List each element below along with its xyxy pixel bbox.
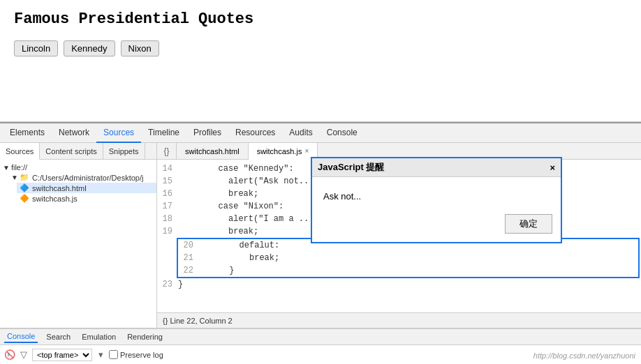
lincoln-button[interactable]: Lincoln: [14, 40, 58, 56]
line-content-15: alert("Ask not...");: [178, 175, 329, 188]
code-status-bar: {} Line 22, Column 2: [157, 312, 641, 328]
code-status-icon: {}: [163, 317, 168, 325]
console-bottom-bar: 🚫 ▽ <top frame> ▾ Preserve log http://bl…: [0, 344, 641, 364]
console-tabs-bar: Console Search Emulation Rendering: [0, 328, 641, 344]
line-num-15: 15: [157, 175, 178, 188]
line-content-14: case "Kennedy":: [178, 162, 294, 175]
line-content-16: break;: [178, 188, 258, 200]
line-content-21: break;: [199, 252, 279, 264]
code-line-22: 22 }: [178, 264, 638, 277]
devtools-body: Sources Content scripts Snippets ▼ file:…: [0, 143, 641, 328]
js-alert-title-text: JavaScript 提醒: [318, 161, 384, 174]
devtools-panel: Elements Network Sources Timeline Profil…: [0, 122, 641, 364]
devtools-toolbar: Elements Network Sources Timeline Profil…: [0, 123, 641, 143]
line-num-17: 17: [157, 200, 178, 213]
code-panel: {} switchcash.html switchcash.js × 14 ca…: [157, 143, 641, 328]
js-alert-dialog: JavaScript 提醒 × Ask not... 确定: [311, 157, 562, 243]
line-num-18: 18: [157, 213, 178, 225]
line-num-14: 14: [157, 162, 178, 175]
js-alert-title: JavaScript 提醒 ×: [312, 158, 561, 177]
line-num-23: 23: [157, 278, 178, 291]
line-content-18: alert("I am a ...");: [178, 213, 329, 225]
file-html[interactable]: 🔷 switchcash.html: [17, 183, 156, 193]
line-content-19: break;: [178, 225, 258, 238]
js-alert-close-icon[interactable]: ×: [550, 162, 555, 173]
preserve-log-label: Preserve log: [120, 351, 163, 359]
html-filename: switchcash.html: [32, 184, 87, 192]
js-file-icon: 🔶: [20, 194, 29, 203]
console-tab-emulation[interactable]: Emulation: [79, 331, 119, 342]
line-content-23: }: [178, 278, 183, 291]
tab-timeline[interactable]: Timeline: [141, 123, 186, 143]
console-arrow-button[interactable]: ›: [7, 349, 10, 359]
line-content-17: case "Nixon":: [178, 200, 283, 213]
nixon-button[interactable]: Nixon: [121, 40, 159, 56]
code-tab-html[interactable]: switchcash.html: [177, 143, 249, 160]
js-alert-body: Ask not...: [312, 177, 561, 208]
js-alert-message: Ask not...: [323, 191, 361, 202]
line-num-20: 20: [178, 239, 199, 252]
lp-tab-sources[interactable]: Sources: [0, 143, 40, 160]
line-num-21: 21: [178, 252, 199, 264]
line-content-22: }: [199, 264, 234, 277]
code-panel-icon: {}: [157, 143, 177, 160]
file-js[interactable]: 🔶 switchcash.js: [17, 193, 156, 204]
code-status-text: Line 22, Column 2: [170, 317, 232, 325]
tab-resources[interactable]: Resources: [228, 123, 282, 143]
kennedy-button[interactable]: Kennedy: [64, 40, 115, 56]
file-tree: ▼ file:// ▼ 📁 C:/Users/Administrator/Des…: [0, 160, 156, 328]
tab-audits[interactable]: Audits: [282, 123, 319, 143]
line-num-22: 22: [178, 264, 199, 277]
preserve-log-checkbox-area[interactable]: Preserve log: [109, 350, 163, 359]
tab-sources[interactable]: Sources: [96, 123, 141, 143]
html-file-icon: 🔷: [20, 183, 29, 192]
code-tab-html-label: switchcash.html: [185, 147, 240, 156]
frame-dropdown-icon[interactable]: ▾: [95, 349, 106, 361]
code-tab-js[interactable]: switchcash.js ×: [249, 143, 318, 160]
folder-icon: 📁: [20, 173, 29, 182]
left-panel-tabs: Sources Content scripts Snippets: [0, 143, 156, 160]
lp-tab-snippets[interactable]: Snippets: [103, 143, 145, 159]
tree-folder[interactable]: ▼ 📁 C:/Users/Administrator/Desktop/j: [8, 172, 156, 183]
tab-console[interactable]: Console: [320, 123, 364, 143]
lp-tab-content-scripts[interactable]: Content scripts: [40, 143, 103, 159]
tab-profiles[interactable]: Profiles: [186, 123, 228, 143]
root-arrow: ▼: [3, 164, 10, 172]
line-content-20: defalut:: [199, 239, 279, 252]
code-line-23: 23 }: [157, 278, 641, 291]
line-num-19: 19: [157, 225, 178, 238]
code-line-21: 21 break;: [178, 252, 638, 264]
js-alert-confirm-button[interactable]: 确定: [505, 214, 552, 234]
line-num-16: 16: [157, 188, 178, 200]
code-tab-close-icon[interactable]: ×: [304, 147, 309, 155]
console-tab-console[interactable]: Console: [4, 331, 38, 343]
filter-icon[interactable]: ▽: [18, 349, 29, 361]
root-label: file://: [11, 163, 27, 172]
js-alert-footer: 确定: [312, 208, 561, 242]
webpage-area: Famous Presidential Quotes Lincoln Kenne…: [0, 0, 641, 122]
tab-network[interactable]: Network: [52, 123, 96, 143]
highlighted-block: 20 defalut: 21 break; 22 }: [177, 238, 640, 278]
watermark: http://blog.csdn.net/yanzhuoni: [533, 351, 635, 360]
code-tab-js-label: switchcash.js: [257, 147, 302, 156]
console-tab-rendering[interactable]: Rendering: [124, 331, 165, 342]
console-tab-search[interactable]: Search: [43, 331, 73, 342]
tree-root[interactable]: ▼ file://: [0, 162, 156, 172]
page-title: Famous Presidential Quotes: [14, 10, 627, 28]
folder-label: C:/Users/Administrator/Desktop/j: [32, 174, 144, 182]
preserve-log-checkbox[interactable]: [109, 350, 118, 359]
button-group: Lincoln Kennedy Nixon: [14, 40, 627, 56]
tab-elements[interactable]: Elements: [3, 123, 52, 143]
js-filename: switchcash.js: [32, 195, 78, 203]
left-panel: Sources Content scripts Snippets ▼ file:…: [0, 143, 157, 328]
frame-select[interactable]: <top frame>: [32, 349, 92, 361]
folder-arrow: ▼: [11, 174, 18, 181]
